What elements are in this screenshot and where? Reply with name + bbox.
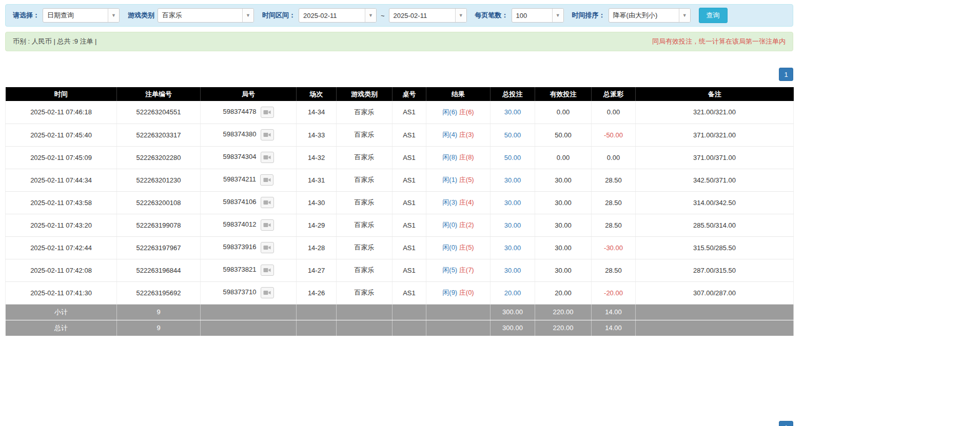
date-from-select[interactable]: 2025-02-11 ▼ xyxy=(299,8,377,23)
total-count: 9 xyxy=(117,320,201,336)
notice-text: 同局有效投注，统一计算在该局第一张注单内 xyxy=(652,37,786,46)
chevron-down-icon[interactable]: ▼ xyxy=(552,9,563,22)
total-bet-link[interactable]: 30.00 xyxy=(504,199,521,207)
cell-total-bet[interactable]: 30.00 xyxy=(491,101,535,124)
cell-remark: 287.00/315.50 xyxy=(636,259,794,281)
total-bet-link[interactable]: 20.00 xyxy=(504,289,521,297)
table-row: 2025-02-11 07:45:40522263203317598374380… xyxy=(6,124,794,146)
cell-total-bet[interactable]: 30.00 xyxy=(491,236,535,259)
filter-bar: 请选择： 日期查询 ▼ 游戏类别 百家乐 ▼ 时间区间： 2025-02-11 … xyxy=(5,4,793,27)
header-game-type: 游戏类别 xyxy=(337,87,393,101)
replay-button[interactable] xyxy=(261,287,274,298)
cell-game-type: 百家乐 xyxy=(337,101,393,124)
query-mode-select[interactable]: 日期查询 ▼ xyxy=(43,8,120,23)
time-sort-select[interactable]: 降幂(由大到小) ▼ xyxy=(609,8,691,23)
cell-time: 2025-02-11 07:46:18 xyxy=(6,101,117,124)
cell-time: 2025-02-11 07:43:20 xyxy=(6,214,117,236)
total-bet-link[interactable]: 50.00 xyxy=(504,154,521,161)
total-payout: 14.00 xyxy=(592,320,636,336)
total-bet-link[interactable]: 30.00 xyxy=(504,108,521,116)
cell-round-id: 598373821 xyxy=(201,259,297,281)
replay-button[interactable] xyxy=(261,107,274,118)
header-table-no: 桌号 xyxy=(393,87,426,101)
total-bet-link[interactable]: 50.00 xyxy=(504,131,521,139)
cell-session: 14-27 xyxy=(297,259,337,281)
date-to-select[interactable]: 2025-02-11 ▼ xyxy=(389,8,467,23)
chevron-down-icon[interactable]: ▼ xyxy=(242,9,253,22)
result-player: 闲(3) xyxy=(442,198,457,206)
total-label: 总计 xyxy=(6,320,117,336)
chevron-down-icon[interactable]: ▼ xyxy=(455,9,466,22)
header-round-id: 局号 xyxy=(201,87,297,101)
cell-payout: -50.00 xyxy=(592,124,636,146)
chevron-down-icon[interactable]: ▼ xyxy=(365,9,376,22)
table-row: 2025-02-11 07:45:09522263202280598374304… xyxy=(6,146,794,169)
cell-session: 14-29 xyxy=(297,214,337,236)
cell-table-no: AS1 xyxy=(393,236,426,259)
cell-table-no: AS1 xyxy=(393,259,426,281)
cell-payout: 28.50 xyxy=(592,214,636,236)
cell-game-type: 百家乐 xyxy=(337,281,393,304)
page-size-select[interactable]: 100 ▼ xyxy=(512,8,564,23)
header-time: 时间 xyxy=(6,87,117,101)
page-button-1[interactable]: 1 xyxy=(779,68,793,81)
cell-total-bet[interactable]: 30.00 xyxy=(491,191,535,214)
total-bet-link[interactable]: 30.00 xyxy=(504,267,521,274)
cell-time: 2025-02-11 07:41:30 xyxy=(6,281,117,304)
date-to-value: 2025-02-11 xyxy=(389,12,455,19)
round-id-text: 598374380 xyxy=(223,130,256,138)
cell-valid-bet: 30.00 xyxy=(535,259,592,281)
cell-result: 闲(1) 庄(5) xyxy=(426,169,491,191)
table-row: 2025-02-11 07:43:58522263200108598374106… xyxy=(6,191,794,214)
replay-button[interactable] xyxy=(261,152,274,163)
replay-button[interactable] xyxy=(261,242,274,253)
round-id-text: 598373710 xyxy=(223,288,256,296)
result-player: 闲(0) xyxy=(442,221,457,229)
cell-result: 闲(6) 庄(6) xyxy=(426,101,491,124)
replay-icon xyxy=(263,267,271,273)
replay-button[interactable] xyxy=(261,129,274,140)
table-body: 2025-02-11 07:46:18522263204551598374478… xyxy=(6,101,794,304)
game-type-value: 百家乐 xyxy=(158,11,242,20)
cell-total-bet[interactable]: 50.00 xyxy=(491,146,535,169)
cell-result: 闲(3) 庄(4) xyxy=(426,191,491,214)
total-bet-link[interactable]: 30.00 xyxy=(504,221,521,229)
cell-bet-id: 522263195692 xyxy=(117,281,201,304)
table-row: 2025-02-11 07:42:08522263196844598373821… xyxy=(6,259,794,281)
game-type-label: 游戏类别 xyxy=(128,11,154,20)
cell-total-bet[interactable]: 30.00 xyxy=(491,214,535,236)
replay-button[interactable] xyxy=(261,265,274,276)
cell-total-bet[interactable]: 20.00 xyxy=(491,281,535,304)
chevron-down-icon[interactable]: ▼ xyxy=(679,9,690,22)
replay-button[interactable] xyxy=(261,197,274,208)
chevron-down-icon[interactable]: ▼ xyxy=(108,9,119,22)
cell-bet-id: 522263199078 xyxy=(117,214,201,236)
cell-remark: 314.00/342.50 xyxy=(636,191,794,214)
result-banker: 庄(4) xyxy=(459,198,474,206)
total-bet-link[interactable]: 30.00 xyxy=(504,176,521,184)
cell-round-id: 598374478 xyxy=(201,101,297,124)
result-player: 闲(9) xyxy=(442,289,457,296)
cell-valid-bet: 50.00 xyxy=(535,124,592,146)
cell-table-no: AS1 xyxy=(393,146,426,169)
cell-bet-id: 522263204551 xyxy=(117,101,201,124)
cell-total-bet[interactable]: 30.00 xyxy=(491,169,535,191)
game-type-select[interactable]: 百家乐 ▼ xyxy=(158,8,254,23)
cell-remark: 342.50/371.00 xyxy=(636,169,794,191)
search-button[interactable]: 查询 xyxy=(699,8,728,23)
time-sort-value: 降幂(由大到小) xyxy=(609,11,679,20)
cell-time: 2025-02-11 07:44:34 xyxy=(6,169,117,191)
round-id-text: 598373821 xyxy=(223,266,256,273)
time-range-label: 时间区间： xyxy=(262,11,296,20)
cell-total-bet[interactable]: 30.00 xyxy=(491,259,535,281)
replay-icon xyxy=(263,245,271,251)
cell-result: 闲(8) 庄(8) xyxy=(426,146,491,169)
page-button-1-bottom[interactable]: 1 xyxy=(779,421,793,426)
cell-table-no: AS1 xyxy=(393,124,426,146)
total-bet-link[interactable]: 30.00 xyxy=(504,244,521,252)
replay-button[interactable] xyxy=(261,219,274,231)
replay-button[interactable] xyxy=(260,174,273,186)
table-row: 2025-02-11 07:41:30522263195692598373710… xyxy=(6,281,794,304)
cell-total-bet[interactable]: 50.00 xyxy=(491,124,535,146)
cell-bet-id: 522263197967 xyxy=(117,236,201,259)
